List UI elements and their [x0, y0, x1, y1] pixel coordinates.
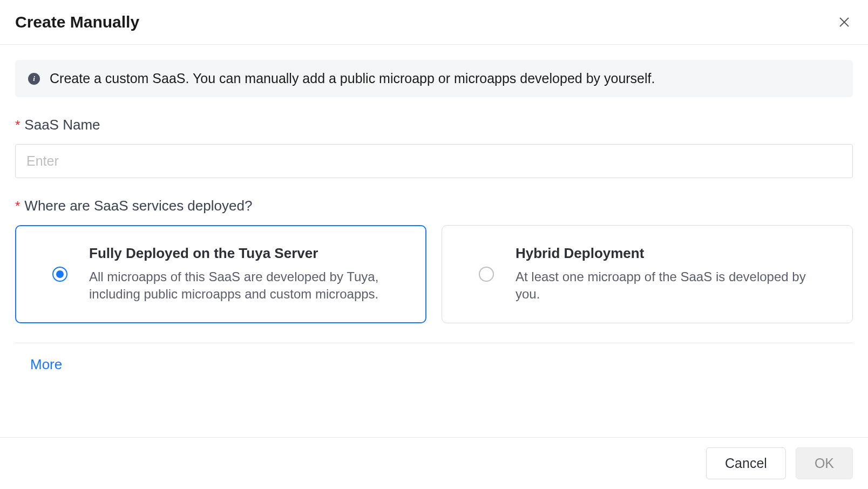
modal-title: Create Manually [15, 13, 139, 31]
deployment-option-texts: Hybrid Deployment At least one microapp … [516, 245, 833, 303]
saas-name-label-row: * SaaS Name [15, 117, 853, 133]
saas-name-label: SaaS Name [24, 117, 100, 133]
info-banner: i Create a custom SaaS. You can manually… [15, 60, 853, 97]
info-icon: i [28, 73, 40, 85]
saas-name-input[interactable] [15, 144, 853, 178]
modal-footer: Cancel OK [0, 437, 868, 489]
radio-icon [479, 267, 494, 282]
deployment-label: Where are SaaS services deployed? [24, 198, 252, 214]
deployment-option-hybrid[interactable]: Hybrid Deployment At least one microapp … [442, 225, 853, 323]
deployment-option-title: Fully Deployed on the Tuya Server [89, 245, 406, 262]
radio-icon [52, 267, 67, 282]
radio-inner [56, 270, 64, 278]
info-text: Create a custom SaaS. You can manually a… [50, 71, 655, 86]
deployment-option-desc: All microapps of this SaaS are developed… [89, 268, 406, 303]
deployment-label-row: * Where are SaaS services deployed? [15, 198, 853, 214]
deployment-options: Fully Deployed on the Tuya Server All mi… [15, 225, 853, 323]
required-asterisk: * [15, 118, 20, 133]
close-icon [838, 16, 851, 29]
modal-header: Create Manually [0, 0, 868, 45]
required-asterisk: * [15, 199, 20, 214]
deployment-field: * Where are SaaS services deployed? Full… [15, 198, 853, 323]
ok-button[interactable]: OK [796, 447, 853, 479]
close-button[interactable] [836, 13, 853, 31]
more-link[interactable]: More [15, 356, 62, 373]
radio-inner [483, 270, 490, 278]
deployment-option-title: Hybrid Deployment [516, 245, 833, 262]
modal-body: i Create a custom SaaS. You can manually… [0, 45, 868, 437]
divider [15, 343, 853, 343]
cancel-button[interactable]: Cancel [706, 447, 786, 479]
deployment-option-desc: At least one microapp of the SaaS is dev… [516, 268, 833, 303]
deployment-option-texts: Fully Deployed on the Tuya Server All mi… [89, 245, 406, 303]
create-manually-modal: Create Manually i Create a custom SaaS. … [0, 0, 868, 489]
deployment-option-tuya[interactable]: Fully Deployed on the Tuya Server All mi… [15, 225, 426, 323]
saas-name-field: * SaaS Name [15, 117, 853, 178]
